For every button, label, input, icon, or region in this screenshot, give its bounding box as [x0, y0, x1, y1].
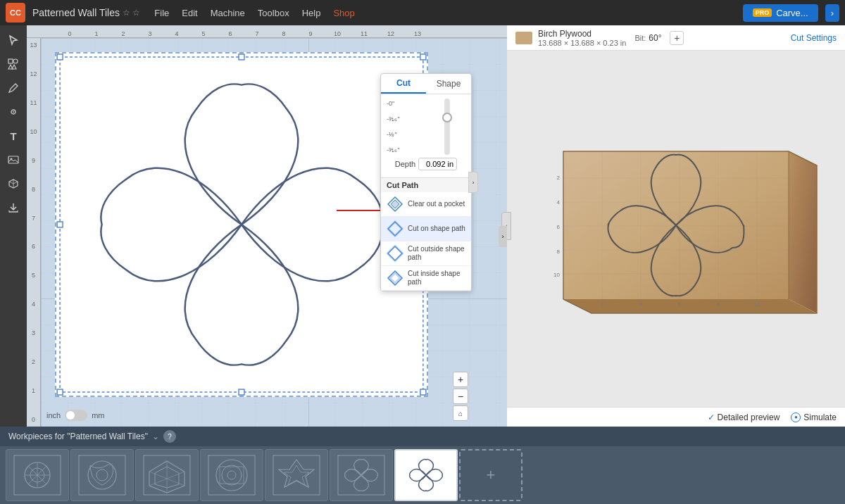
tool-text[interactable]: T — [3, 125, 24, 146]
tool-export[interactable] — [3, 197, 24, 218]
cut-option-pocket[interactable]: Clear out a pocket — [381, 192, 471, 217]
detailed-preview-ctrl[interactable]: ✓ Detailed preview — [708, 412, 780, 422]
main-content: T 0 1 — [0, 25, 845, 427]
preview-area[interactable]: 2 4 6 8 10 2 4 6 8 10 — [507, 51, 845, 407]
unit-inch-label: inch — [46, 411, 61, 420]
simulate-icon: ● — [791, 412, 801, 422]
svg-text:8: 8 — [717, 301, 720, 308]
svg-rect-10 — [57, 54, 63, 60]
tool-select[interactable] — [3, 30, 24, 51]
zoom-out-button[interactable]: − — [453, 389, 468, 404]
bit-value: 60° — [649, 33, 661, 43]
canvas-inner[interactable]: Cut Shape -0" -³⁄₁₆" -¹⁄₈" -³⁄₁₆" — [41, 38, 507, 427]
svg-rect-5 — [8, 156, 18, 163]
tab-cut[interactable]: Cut — [381, 74, 426, 94]
workpiece-thumb-4[interactable] — [200, 449, 263, 501]
zoom-fit-button[interactable]: ⌂ — [453, 405, 468, 421]
cut-settings-link[interactable]: Cut Settings — [791, 33, 837, 43]
right-panel: ‹ Birch Plywood 13.688 × 13.688 × 0.23 i… — [507, 25, 845, 427]
canvas-zoom-controls: + − ⌂ — [453, 372, 468, 421]
tool-image[interactable] — [3, 149, 24, 170]
depth-slider[interactable] — [444, 99, 450, 155]
tool-node[interactable] — [3, 101, 24, 122]
svg-rect-67 — [273, 455, 320, 495]
right-panel-header: Birch Plywood 13.688 × 13.688 × 0.23 in … — [507, 25, 845, 51]
material-info: Birch Plywood 13.688 × 13.688 × 0.23 in — [515, 29, 626, 47]
material-dimensions: 13.688 × 13.688 × 0.23 in — [538, 39, 626, 47]
top-bar: CC Patterned Wall Tiles ☆ ☆ File Edit Ma… — [0, 0, 845, 25]
menu-file[interactable]: File — [154, 8, 169, 18]
workpieces-bar: Workpieces for "Patterned Wall Tiles" ⌄ … — [0, 427, 845, 504]
svg-marker-27 — [789, 151, 817, 313]
cut-option-outside[interactable]: Cut outside shape path — [381, 241, 471, 266]
cut-on-path-icon — [387, 220, 403, 237]
ruler-top: 0 1 2 3 4 5 6 7 8 9 10 11 12 13 — [27, 25, 507, 38]
cut-option-inside[interactable]: Cut inside shape path — [381, 266, 471, 291]
cut-option-on-path[interactable]: Cut on shape path — [381, 217, 471, 241]
tab-shape[interactable]: Shape — [426, 74, 471, 94]
design-canvas[interactable] — [55, 52, 428, 397]
workpiece-svg-6 — [337, 454, 386, 496]
svg-rect-11 — [239, 54, 244, 60]
depth-input[interactable] — [418, 158, 457, 170]
tool-shapes[interactable] — [3, 53, 24, 75]
svg-text:6: 6 — [557, 224, 561, 230]
cut-settings-panel: Cut Shape -0" -³⁄₁₆" -¹⁄₈" -³⁄₁₆" — [380, 73, 472, 291]
app-logo: CC — [6, 3, 25, 23]
workpiece-svg-3 — [142, 454, 192, 496]
workpiece-thumb-1[interactable] — [6, 449, 69, 501]
panel-collapse-btn[interactable]: › — [468, 172, 478, 193]
cut-path-header: Cut Path — [381, 177, 471, 192]
svg-marker-68 — [279, 460, 314, 487]
material-name: Birch Plywood — [538, 29, 626, 39]
workpiece-thumb-add[interactable]: + — [459, 449, 522, 501]
simulate-ctrl[interactable]: ● Simulate — [791, 412, 837, 422]
workpiece-thumb-6[interactable] — [330, 449, 393, 501]
workpieces-help[interactable]: ? — [163, 430, 176, 443]
svg-text:10: 10 — [553, 272, 560, 278]
svg-rect-15 — [57, 389, 63, 395]
svg-text:4: 4 — [557, 199, 561, 206]
svg-point-1 — [13, 59, 18, 63]
workpieces-label: Workpieces for "Patterned Wall Tiles" ⌄ … — [0, 427, 845, 446]
workpiece-svg-2 — [77, 454, 127, 496]
svg-text:10: 10 — [754, 301, 760, 308]
panel-tabs: Cut Shape — [381, 74, 471, 94]
menu-toolbox[interactable]: Toolbox — [258, 8, 289, 18]
cut-outside-icon — [387, 245, 403, 262]
depth-handle[interactable] — [442, 113, 452, 122]
svg-point-4 — [13, 111, 14, 113]
menu-help[interactable]: Help — [302, 8, 321, 18]
toggle-knob — [66, 411, 75, 420]
zoom-in-button[interactable]: + — [453, 372, 468, 387]
left-toolbar: T — [0, 25, 27, 427]
carve-button[interactable]: PRO Carve... — [743, 4, 818, 22]
svg-marker-23 — [388, 246, 402, 260]
preview-controls: ✓ Detailed preview ● Simulate — [507, 407, 845, 427]
svg-rect-62 — [208, 455, 255, 495]
tool-pen[interactable] — [3, 77, 24, 99]
tool-3d[interactable] — [3, 173, 24, 194]
svg-text:8: 8 — [557, 248, 561, 255]
unit-toggle-switch[interactable] — [65, 410, 87, 421]
menu-machine[interactable]: Machine — [211, 8, 245, 18]
workpiece-thumb-3[interactable] — [135, 449, 199, 501]
workpiece-thumb-5[interactable] — [265, 449, 328, 501]
canvas-with-ruler: 13 12 11 10 9 8 7 6 5 4 3 2 1 0 — [27, 38, 507, 427]
svg-marker-21 — [388, 222, 402, 236]
menu-shop[interactable]: Shop — [333, 8, 354, 18]
svg-text:2: 2 — [557, 175, 561, 181]
workpieces-chevron[interactable]: ⌄ — [152, 431, 159, 441]
workpiece-thumb-2[interactable] — [70, 449, 134, 501]
svg-point-58 — [96, 470, 108, 481]
workpieces-items: + — [0, 446, 845, 504]
svg-text:4: 4 — [639, 301, 643, 308]
more-button[interactable]: › — [825, 4, 839, 22]
workpiece-thumb-7[interactable] — [394, 449, 458, 501]
menu-edit[interactable]: Edit — [182, 8, 197, 18]
add-material-button[interactable]: + — [670, 31, 684, 45]
cut-pocket-icon — [387, 196, 403, 213]
ruler-left: 13 12 11 10 9 8 7 6 5 4 3 2 1 0 — [27, 38, 41, 427]
expand-panel-btn[interactable]: › — [499, 226, 507, 247]
svg-point-65 — [227, 471, 236, 479]
